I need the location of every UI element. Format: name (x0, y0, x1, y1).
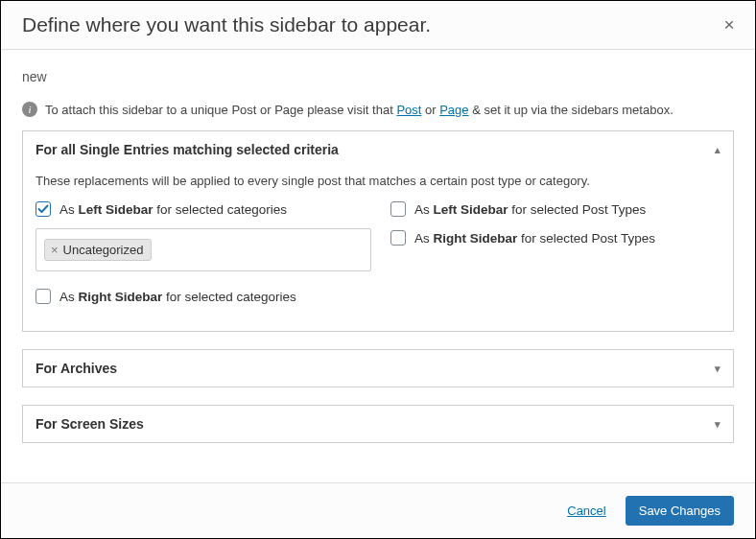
link-page[interactable]: Page (439, 103, 468, 117)
panel-title-single: For all Single Entries matching selected… (35, 142, 339, 157)
close-icon: × (723, 14, 734, 35)
panel-header-single[interactable]: For all Single Entries matching selected… (23, 131, 733, 168)
checkbox-left-cat[interactable] (35, 201, 51, 217)
modal-header: Define where you want this sidebar to ap… (1, 1, 755, 50)
modal-title: Define where you want this sidebar to ap… (22, 13, 431, 36)
chevron-down-icon: ▾ (715, 363, 721, 375)
modal-body: new i To attach this sidebar to a unique… (1, 50, 755, 482)
panel-desc-single: These replacements will be applied to ev… (35, 168, 721, 201)
chevron-down-icon: ▾ (715, 418, 721, 431)
option-left-sidebar-posttypes[interactable]: As Left Sidebar for selected Post Types (390, 201, 721, 217)
checkbox-right-pt[interactable] (390, 230, 406, 246)
modal-footer: Cancel Save Changes (1, 482, 755, 538)
checkbox-right-cat[interactable] (35, 289, 51, 304)
option-left-sidebar-categories[interactable]: As Left Sidebar for selected categories (35, 201, 371, 217)
tag-label: Uncategorized (63, 243, 144, 257)
link-post[interactable]: Post (396, 103, 421, 117)
sidebar-name: new (22, 69, 734, 84)
panel-header-screen[interactable]: For Screen Sizes ▾ (23, 406, 733, 442)
info-icon: i (22, 102, 37, 117)
close-button[interactable]: × (711, 7, 747, 43)
panel-body-single: These replacements will be applied to ev… (23, 168, 733, 331)
panel-single-entries: For all Single Entries matching selected… (22, 130, 734, 332)
info-row: i To attach this sidebar to a unique Pos… (22, 102, 734, 117)
option-right-sidebar-categories[interactable]: As Right Sidebar for selected categories (35, 289, 371, 304)
check-icon (37, 203, 49, 215)
option-right-sidebar-posttypes[interactable]: As Right Sidebar for selected Post Types (390, 230, 721, 246)
panel-title-archives: For Archives (35, 361, 117, 376)
tag-remove-icon[interactable]: × (51, 244, 59, 256)
info-text: To attach this sidebar to a unique Post … (45, 103, 673, 117)
category-tag-input[interactable]: × Uncategorized (35, 228, 371, 271)
panel-title-screen: For Screen Sizes (35, 416, 144, 432)
panel-screen-sizes: For Screen Sizes ▾ (22, 405, 734, 443)
panel-header-archives[interactable]: For Archives ▾ (23, 350, 733, 387)
chevron-up-icon: ▴ (715, 144, 721, 156)
tag-uncategorized: × Uncategorized (44, 239, 152, 261)
checkbox-left-pt[interactable] (390, 201, 406, 217)
save-button[interactable]: Save Changes (626, 496, 734, 526)
panel-archives: For Archives ▾ (22, 349, 734, 387)
cancel-button[interactable]: Cancel (561, 503, 611, 519)
